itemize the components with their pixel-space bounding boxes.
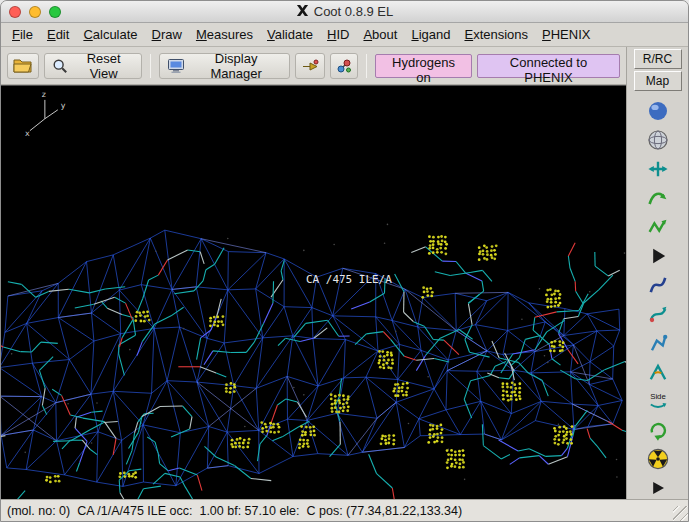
- right-sidebar: R/RC Map Side: [626, 47, 688, 499]
- menu-item-extensions[interactable]: Extensions: [457, 23, 535, 46]
- rotate-translate-icon[interactable]: [646, 273, 670, 297]
- real-space-refine-icon[interactable]: [646, 186, 670, 210]
- reset-view-button[interactable]: Reset View: [44, 53, 142, 79]
- left-column: Reset View Display Manager: [1, 47, 626, 499]
- menu-item-edit[interactable]: Edit: [40, 23, 76, 46]
- display-manager-icon: [167, 58, 185, 74]
- molecule-button[interactable]: [330, 53, 358, 79]
- menu-item-calculate[interactable]: Calculate: [76, 23, 144, 46]
- display-manager-button[interactable]: Display Manager: [159, 53, 290, 79]
- toolbar-separator: [150, 54, 151, 78]
- status-text: (mol. no: 0) CA /1/A/475 ILE occ: 1.00 b…: [7, 504, 462, 518]
- phenix-button[interactable]: Connected to PHENIX: [477, 54, 620, 78]
- zoom-icon: [52, 58, 68, 74]
- expand-triangle-icon[interactable]: [646, 244, 670, 268]
- status-bar: (mol. no: 0) CA /1/A/475 ILE occ: 1.00 b…: [1, 499, 688, 521]
- svg-text:y: y: [61, 101, 66, 110]
- window-title-group: Coot 0.8.9 EL: [1, 1, 688, 22]
- hydrogens-button[interactable]: Hydrogens on: [375, 54, 472, 78]
- rotamer-icon[interactable]: [646, 331, 670, 355]
- minimize-button[interactable]: [29, 6, 41, 18]
- regularize-icon[interactable]: [646, 215, 670, 239]
- more-arrow-icon[interactable]: [646, 476, 670, 499]
- viewport-3d[interactable]: xyzCA /475 ILE/A: [1, 85, 626, 499]
- go-to-atom-button[interactable]: [295, 53, 325, 79]
- display-manager-label: Display Manager: [190, 51, 282, 81]
- menu-item-measures[interactable]: Measures: [189, 23, 260, 46]
- svg-text:x: x: [25, 129, 30, 138]
- mutate-icon[interactable]: [646, 418, 670, 442]
- open-coordinates-button[interactable]: [7, 53, 39, 79]
- sidebar-icon-strip: Side: [627, 93, 688, 499]
- molecule-icon: [336, 58, 352, 74]
- reset-view-label: Reset View: [73, 51, 134, 81]
- title-bar: Coot 0.8.9 EL: [1, 1, 688, 23]
- content-row: Reset View Display Manager: [1, 47, 688, 499]
- rrc-button[interactable]: R/RC: [634, 49, 682, 69]
- menu-bar: FileEditCalculateDrawMeasuresValidateHID…: [1, 23, 688, 47]
- side-chain-180-icon[interactable]: Side: [646, 389, 670, 413]
- menu-item-file[interactable]: File: [5, 23, 40, 46]
- go-arrow-icon: [301, 59, 319, 73]
- x11-icon: [296, 3, 309, 21]
- menu-item-phenix[interactable]: PHENIX: [535, 23, 597, 46]
- menu-item-hid[interactable]: HID: [320, 23, 356, 46]
- map-button[interactable]: Map: [634, 71, 682, 91]
- folder-open-icon: [13, 58, 33, 74]
- edit-chi-angles-icon[interactable]: [646, 360, 670, 384]
- svg-text:z: z: [42, 90, 46, 99]
- sphere-icon[interactable]: [646, 99, 670, 123]
- atom-label: CA /475 ILE/A: [306, 273, 392, 286]
- menu-item-ligand[interactable]: Ligand: [404, 23, 457, 46]
- window-title: Coot 0.8.9 EL: [314, 4, 394, 19]
- menu-item-about[interactable]: About: [356, 23, 404, 46]
- coot-window: Coot 0.8.9 EL FileEditCalculateDrawMeasu…: [0, 0, 689, 522]
- radiation-hazard-icon[interactable]: [646, 447, 670, 471]
- main-toolbar: Reset View Display Manager: [1, 47, 626, 85]
- resize-grip[interactable]: [673, 506, 688, 521]
- flip-peptide-icon[interactable]: [646, 157, 670, 181]
- svg-text:Side: Side: [650, 392, 666, 401]
- traffic-lights: [1, 6, 61, 18]
- spin-sphere-icon[interactable]: [646, 128, 670, 152]
- menu-item-validate[interactable]: Validate: [260, 23, 320, 46]
- close-button[interactable]: [9, 6, 21, 18]
- toolbar-separator: [366, 54, 367, 78]
- auto-fit-rotamer-icon[interactable]: [646, 302, 670, 326]
- zoom-button[interactable]: [49, 6, 61, 18]
- menu-item-draw[interactable]: Draw: [145, 23, 189, 46]
